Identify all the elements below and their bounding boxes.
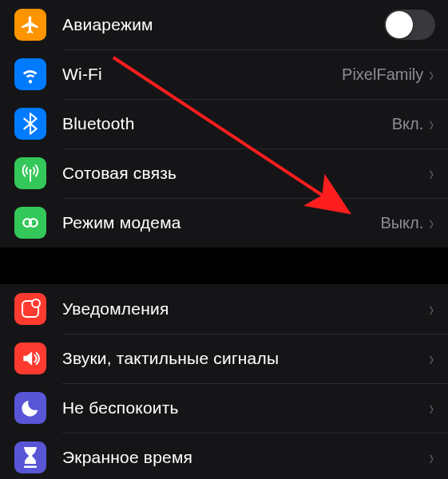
chevron-right-icon: › [430,163,434,184]
cellular-label: Сотовая связь [62,164,428,183]
airplane-toggle[interactable] [384,10,435,40]
row-bluetooth[interactable]: Bluetooth Вкл. › [0,99,448,148]
bluetooth-value: Вкл. [392,115,424,133]
sounds-icon [14,342,46,374]
svg-rect-6 [24,466,37,469]
settings-group-connectivity: Авиарежим Wi-Fi PixelFamily › Bluetooth … [0,0,448,247]
cellular-icon [14,157,46,189]
screen-time-label: Экранное время [62,448,428,467]
settings-group-preferences: Уведомления › Звуки, тактильные сигналы … [0,284,448,479]
airplane-label: Авиарежим [62,15,384,34]
svg-point-0 [29,169,31,172]
svg-point-4 [32,299,40,307]
row-screen-time[interactable]: Экранное время › [0,433,448,479]
row-wifi[interactable]: Wi-Fi PixelFamily › [0,49,448,99]
sounds-label: Звуки, тактильные сигналы [62,349,428,368]
hotspot-value: Выкл. [380,214,423,232]
chevron-right-icon: › [430,398,434,418]
notifications-label: Уведомления [62,299,428,319]
chevron-right-icon: › [430,64,434,85]
notifications-icon [14,293,46,325]
hotspot-icon [14,207,46,239]
dnd-label: Не беспокоить [62,398,428,418]
chevron-right-icon: › [430,212,434,233]
row-sounds[interactable]: Звуки, тактильные сигналы › [0,334,448,383]
chevron-right-icon: › [430,113,434,134]
bluetooth-label: Bluetooth [62,114,392,133]
section-gap [0,247,448,284]
row-notifications[interactable]: Уведомления › [0,284,448,334]
chevron-right-icon: › [430,447,434,468]
airplane-icon [14,9,46,41]
hourglass-icon [14,441,46,473]
chevron-right-icon: › [430,348,434,369]
toggle-knob [386,11,413,38]
moon-icon [14,392,46,424]
settings-screen: Авиарежим Wi-Fi PixelFamily › Bluetooth … [0,0,448,479]
row-dnd[interactable]: Не беспокоить › [0,383,448,433]
row-airplane-mode[interactable]: Авиарежим [0,0,448,49]
wifi-value: PixelFamily [342,65,423,84]
wifi-label: Wi-Fi [62,65,342,84]
hotspot-label: Режим модема [62,213,380,232]
svg-rect-5 [24,447,37,449]
row-cellular[interactable]: Сотовая связь › [0,148,448,198]
row-hotspot[interactable]: Режим модема Выкл. › [0,198,448,247]
chevron-right-icon: › [430,299,434,319]
bluetooth-icon [14,108,46,140]
wifi-icon [14,58,46,90]
